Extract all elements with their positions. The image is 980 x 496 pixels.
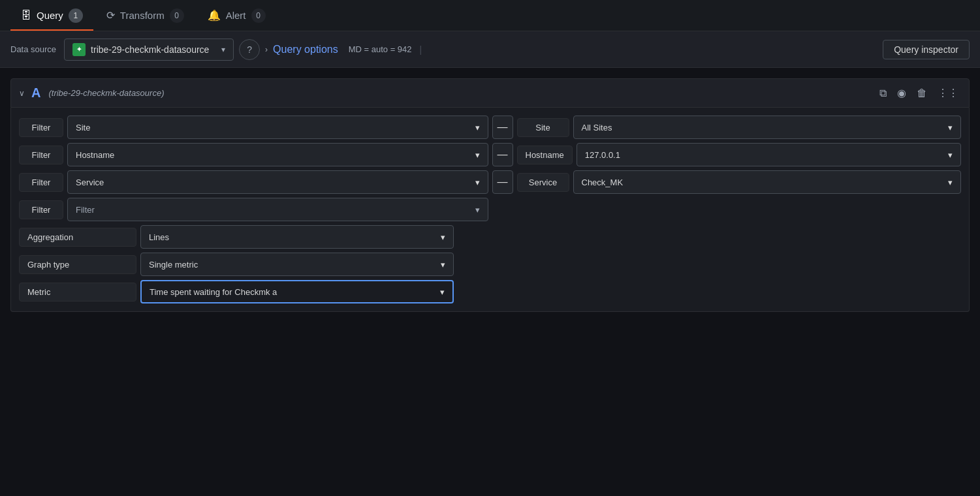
datasource-selector[interactable]: ✦ tribe-29-checkmk-datasource ▾ xyxy=(64,39,234,61)
copy-icon[interactable]: ⧉ xyxy=(877,85,889,102)
tab-bar: 🗄 Query 1 ⟳ Transform 0 🔔 Alert 0 xyxy=(0,0,980,31)
filter-row-2-right: — Hostname 127.0.0.1 ▾ xyxy=(492,143,962,166)
filter-row-4-left: Filter Filter ▾ xyxy=(19,198,488,221)
filter-select-service[interactable]: Service ▾ xyxy=(67,170,488,194)
service-value-label: Service xyxy=(517,173,569,192)
tab-transform-badge: 0 xyxy=(170,8,184,23)
aggregation-row: Aggregation Lines ▾ xyxy=(19,225,961,249)
tab-alert-badge: 0 xyxy=(251,8,266,23)
aggregation-chevron-icon: ▾ xyxy=(441,232,445,242)
tab-query-badge: 1 xyxy=(69,8,83,23)
minus-button-2[interactable]: — xyxy=(492,143,513,166)
collapse-icon[interactable]: ∨ xyxy=(19,89,25,98)
help-icon: ? xyxy=(247,44,252,55)
toolbar-separator: | xyxy=(420,44,422,55)
hostname-value-chevron: ▾ xyxy=(948,150,953,160)
tab-transform[interactable]: ⟳ Transform 0 xyxy=(96,0,195,31)
hostname-value: 127.0.0.1 xyxy=(585,150,620,160)
service-value: Check_MK xyxy=(582,178,624,187)
filter-row-3-left: Filter Service ▾ xyxy=(19,170,488,194)
metric-label: Metric xyxy=(19,283,136,302)
datasource-label: Data source xyxy=(10,44,56,54)
delete-icon[interactable]: 🗑 xyxy=(914,85,930,102)
query-options-value: MD = auto = 942 xyxy=(349,44,412,54)
filter-select-site-value: Site xyxy=(76,123,90,132)
filter-row-2-left: Filter Hostname ▾ xyxy=(19,143,488,166)
query-options-label[interactable]: Query options xyxy=(273,44,338,55)
tab-query[interactable]: 🗄 Query 1 xyxy=(10,0,93,31)
datasource-chevron-icon: ▾ xyxy=(221,45,225,54)
service-value-chevron: ▾ xyxy=(948,178,953,187)
query-datasource-display: (tribe-29-checkmk-datasource) xyxy=(48,88,164,98)
transform-icon: ⟳ xyxy=(106,9,115,22)
query-section: ∨ A (tribe-29-checkmk-datasource) ⧉ ◉ 🗑 … xyxy=(0,68,980,322)
datasource-name: tribe-29-checkmk-datasource xyxy=(91,44,216,55)
filter-row-3-right: — Service Check_MK ▾ xyxy=(492,170,962,194)
datasource-logo: ✦ xyxy=(72,43,86,56)
filter-select-site-chevron: ▾ xyxy=(475,123,480,132)
hostname-value-select[interactable]: 127.0.0.1 ▾ xyxy=(577,143,961,166)
graph-type-label: Graph type xyxy=(19,255,136,274)
filter-left-col: Filter Site ▾ Filter Hostname ▾ Fi xyxy=(19,116,488,221)
tab-transform-label: Transform xyxy=(120,10,165,21)
aggregation-label: Aggregation xyxy=(19,228,136,247)
metric-chevron-icon: ▾ xyxy=(440,287,445,297)
toolbar: Data source ✦ tribe-29-checkmk-datasourc… xyxy=(0,31,980,68)
eye-icon[interactable]: ◉ xyxy=(894,84,909,102)
filter-select-hostname-chevron: ▾ xyxy=(475,150,480,160)
filter-select-hostname-value: Hostname xyxy=(76,150,114,160)
tab-query-label: Query xyxy=(37,10,63,21)
graph-type-row: Graph type Single metric ▾ xyxy=(19,253,961,276)
minus-button-3[interactable]: — xyxy=(492,170,513,194)
query-icon: 🗄 xyxy=(21,10,31,22)
hostname-value-label: Hostname xyxy=(517,146,573,164)
filter-select-service-value: Service xyxy=(76,178,104,187)
filter-label-1: Filter xyxy=(19,118,63,137)
filter-select-empty-chevron: ▾ xyxy=(475,205,480,215)
query-inspector-button[interactable]: Query inspector xyxy=(883,40,970,59)
filter-label-2: Filter xyxy=(19,146,63,164)
filter-grid: Filter Site ▾ Filter Hostname ▾ Fi xyxy=(19,116,961,221)
more-icon[interactable]: ⋮⋮ xyxy=(935,84,961,102)
filter-select-service-chevron: ▾ xyxy=(475,178,480,187)
graph-type-value: Single metric xyxy=(149,260,198,270)
filter-select-site[interactable]: Site ▾ xyxy=(67,116,488,139)
filter-row-4-right-empty xyxy=(492,198,962,221)
site-value-chevron: ▾ xyxy=(948,123,953,132)
service-value-select[interactable]: Check_MK ▾ xyxy=(573,170,962,194)
aggregation-select[interactable]: Lines ▾ xyxy=(140,225,454,249)
filter-select-empty-value: Filter xyxy=(76,205,95,215)
filter-select-hostname[interactable]: Hostname ▾ xyxy=(67,143,488,166)
filter-row-1-left: Filter Site ▾ xyxy=(19,116,488,139)
query-header: ∨ A (tribe-29-checkmk-datasource) ⧉ ◉ 🗑 … xyxy=(10,78,970,108)
metric-value: Time spent waiting for Checkmk a xyxy=(150,287,277,297)
metric-select[interactable]: Time spent waiting for Checkmk a ▾ xyxy=(140,280,454,303)
filter-select-empty[interactable]: Filter ▾ xyxy=(67,198,488,221)
tab-alert-label: Alert xyxy=(226,10,246,21)
query-actions: ⧉ ◉ 🗑 ⋮⋮ xyxy=(877,84,961,102)
query-options-arrow-icon[interactable]: › xyxy=(265,45,268,54)
query-body: Filter Site ▾ Filter Hostname ▾ Fi xyxy=(10,108,970,312)
site-value-label: Site xyxy=(517,118,569,137)
filter-label-3: Filter xyxy=(19,173,63,192)
metric-row: Metric Time spent waiting for Checkmk a … xyxy=(19,280,961,303)
graph-type-chevron-icon: ▾ xyxy=(441,260,445,270)
minus-button-1[interactable]: — xyxy=(492,116,513,139)
site-value-select[interactable]: All Sites ▾ xyxy=(573,116,962,139)
aggregation-value: Lines xyxy=(149,232,169,242)
tab-alert[interactable]: 🔔 Alert 0 xyxy=(197,0,276,31)
filter-row-1-right: — Site All Sites ▾ xyxy=(492,116,962,139)
site-value: All Sites xyxy=(582,123,612,132)
graph-type-select[interactable]: Single metric ▾ xyxy=(140,253,454,276)
alert-icon: 🔔 xyxy=(208,9,221,22)
filter-right-col: — Site All Sites ▾ — Hostname 127.0.0.1 … xyxy=(492,116,962,221)
help-button[interactable]: ? xyxy=(239,39,260,60)
filter-label-4: Filter xyxy=(19,200,63,219)
query-letter: A xyxy=(31,85,40,101)
